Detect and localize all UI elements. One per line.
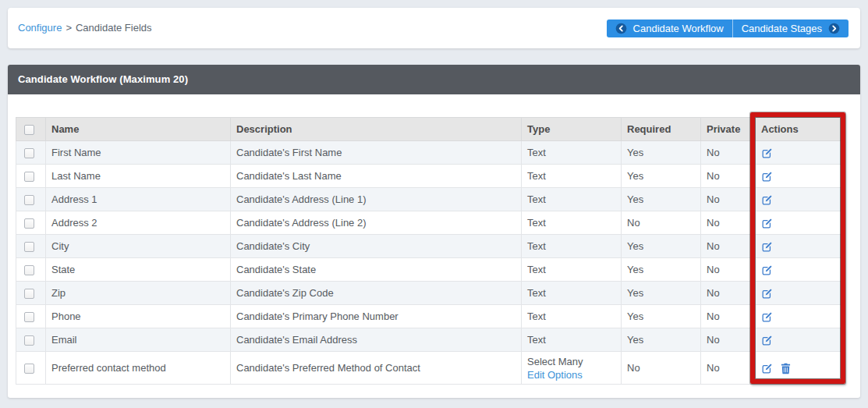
candidate-stages-button[interactable]: Candidate Stages: [732, 20, 849, 37]
field-required: Yes: [622, 165, 701, 188]
column-header-actions: Actions: [756, 118, 843, 141]
row-checkbox[interactable]: [24, 242, 34, 252]
edit-icon[interactable]: [761, 147, 773, 159]
workflow-nav-buttons: Candidate Workflow Candidate Stages: [607, 20, 849, 37]
row-checkbox[interactable]: [24, 312, 34, 322]
field-name: Address 2: [46, 211, 231, 235]
row-checkbox[interactable]: [24, 265, 34, 275]
edit-icon[interactable]: [761, 335, 773, 346]
field-required: No: [622, 352, 701, 385]
candidate-workflow-button[interactable]: Candidate Workflow: [607, 20, 732, 37]
edit-icon[interactable]: [761, 264, 773, 276]
field-required: Yes: [622, 305, 701, 328]
field-type: Select Many: [527, 356, 583, 367]
field-description: Candidate's Primary Phone Number: [231, 305, 522, 328]
field-required: Yes: [622, 235, 701, 258]
field-type: Text: [527, 193, 546, 205]
chevron-circle-left-icon: [615, 23, 627, 34]
row-checkbox[interactable]: [24, 172, 34, 182]
table-row: Last Name Candidate's Last Name Text Yes…: [16, 165, 843, 188]
field-description: Candidate's Address (Line 1): [231, 188, 522, 211]
field-type: Text: [527, 287, 546, 299]
field-description: Candidate's State: [231, 258, 522, 282]
column-header-name: Name: [46, 118, 231, 141]
breadcrumb-separator: >: [66, 22, 72, 34]
field-description: Candidate's Address (Line 2): [231, 211, 522, 235]
edit-icon[interactable]: [761, 218, 773, 229]
field-private: No: [701, 211, 756, 235]
field-description: Candidate's Email Address: [231, 328, 522, 352]
edit-options-link[interactable]: Edit Options: [527, 368, 583, 381]
table-row: Preferred contact method Candidate's Pre…: [16, 352, 843, 385]
field-name: First Name: [46, 141, 231, 165]
field-private: No: [701, 305, 756, 328]
table-row: Address 2 Candidate's Address (Line 2) T…: [16, 211, 843, 235]
field-private: No: [701, 165, 756, 188]
field-private: No: [701, 328, 756, 352]
table-header-row: Name Description Type Required Private A…: [16, 118, 843, 141]
field-name: Phone: [46, 305, 231, 328]
field-name: Email: [46, 328, 231, 352]
candidate-fields-table: Name Description Type Required Private A…: [16, 117, 843, 385]
column-header-required: Required: [622, 118, 701, 141]
field-private: No: [701, 282, 756, 305]
field-required: Yes: [622, 188, 701, 211]
edit-icon[interactable]: [761, 311, 773, 323]
edit-icon[interactable]: [761, 363, 773, 374]
field-private: No: [701, 258, 756, 282]
candidate-workflow-label: Candidate Workflow: [633, 23, 724, 34]
table-row: Email Candidate's Email Address Text Yes…: [16, 328, 843, 352]
field-name: Zip: [46, 282, 231, 305]
field-private: No: [701, 352, 756, 385]
field-type: Text: [527, 240, 546, 252]
field-type: Text: [527, 217, 546, 229]
field-description: Candidate's Preferred Method of Contact: [231, 352, 522, 385]
row-checkbox[interactable]: [24, 364, 34, 374]
row-checkbox[interactable]: [24, 218, 34, 229]
row-checkbox[interactable]: [24, 195, 34, 205]
field-description: Candidate's Zip Code: [231, 282, 522, 305]
table-row: First Name Candidate's First Name Text Y…: [16, 141, 843, 165]
field-description: Candidate's First Name: [231, 141, 522, 165]
field-type: Text: [527, 170, 546, 182]
column-header-type: Type: [522, 118, 622, 141]
row-checkbox[interactable]: [24, 335, 34, 346]
breadcrumb: Configure>Candidate Fields: [18, 8, 152, 48]
table-row: Zip Candidate's Zip Code Text Yes No: [16, 282, 843, 305]
row-checkbox[interactable]: [24, 148, 34, 158]
select-all-checkbox[interactable]: [24, 125, 34, 135]
field-type: Text: [527, 334, 546, 346]
field-required: Yes: [622, 141, 701, 165]
edit-icon[interactable]: [761, 171, 773, 183]
field-private: No: [701, 141, 756, 165]
chevron-circle-right-icon: [828, 23, 840, 34]
table-row: Address 1 Candidate's Address (Line 1) T…: [16, 188, 843, 211]
edit-icon[interactable]: [761, 194, 773, 206]
table-row: Phone Candidate's Primary Phone Number T…: [16, 305, 843, 328]
field-private: No: [701, 188, 756, 211]
field-private: No: [701, 235, 756, 258]
field-type: Text: [527, 147, 546, 158]
field-required: Yes: [622, 258, 701, 282]
field-name: State: [46, 258, 231, 282]
field-required: Yes: [622, 282, 701, 305]
candidate-workflow-panel: Candidate Workflow (Maximum 20) Name Des…: [8, 65, 860, 398]
edit-icon[interactable]: [761, 241, 773, 253]
breadcrumb-link-configure[interactable]: Configure: [18, 22, 62, 34]
field-name: City: [46, 235, 231, 258]
edit-icon[interactable]: [761, 288, 773, 300]
field-description: Candidate's Last Name: [231, 165, 522, 188]
breadcrumb-bar: Configure>Candidate Fields Candidate Wor…: [8, 8, 860, 48]
column-header-description: Description: [231, 118, 522, 141]
row-checkbox[interactable]: [24, 289, 34, 299]
field-name: Preferred contact method: [46, 352, 231, 385]
field-name: Last Name: [46, 165, 231, 188]
field-required: Yes: [622, 328, 701, 352]
field-type: Text: [527, 310, 546, 322]
field-name: Address 1: [46, 188, 231, 211]
panel-title: Candidate Workflow (Maximum 20): [8, 65, 860, 94]
breadcrumb-current: Candidate Fields: [76, 22, 152, 34]
column-header-private: Private: [701, 118, 756, 141]
candidate-stages-label: Candidate Stages: [742, 23, 822, 34]
trash-icon[interactable]: [781, 363, 791, 374]
